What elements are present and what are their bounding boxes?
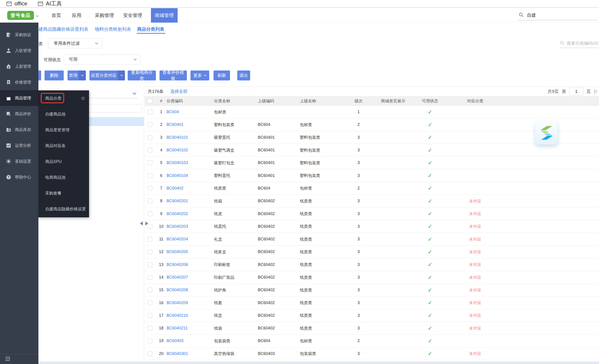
expand-right-arrow[interactable] — [145, 222, 148, 225]
nav-item-purchase[interactable]: 采购管理 — [95, 12, 114, 18]
unmapped-link[interactable]: 未对应 — [446, 198, 504, 204]
category-code-link[interactable]: BC6040301 — [167, 351, 214, 356]
category-code-link[interactable]: BC60401 — [167, 122, 214, 127]
page-number-input[interactable] — [569, 88, 583, 95]
page-tab-hidden-price-list[interactable]: 自建商品隐藏价格设置列表 — [34, 26, 88, 32]
row-checkbox[interactable] — [148, 186, 152, 191]
favorite-star-icon[interactable]: ☆ — [80, 95, 85, 101]
row-checkbox[interactable] — [148, 326, 152, 330]
category-code-link[interactable]: BC6040209 — [167, 301, 214, 305]
category-code-link[interactable]: BC6040102 — [167, 148, 214, 152]
category-code-link[interactable]: BC6040104 — [167, 173, 214, 178]
row-checkbox[interactable] — [148, 275, 152, 280]
unmapped-link[interactable]: 未对应 — [446, 211, 504, 216]
browser-tab-ai-tools[interactable]: AI工具 — [38, 0, 62, 7]
unmapped-link[interactable]: 未对应 — [446, 224, 504, 229]
sidebar-item-product-management[interactable]: 商品管理 — [0, 90, 38, 106]
sidebar-item-product-review[interactable]: 商品评价 — [0, 106, 38, 122]
row-checkbox[interactable] — [148, 199, 152, 203]
category-code-link[interactable]: BC6040203 — [167, 224, 214, 229]
row-checkbox[interactable] — [148, 122, 152, 127]
status-filter-select[interactable]: 可用 — [64, 54, 141, 64]
category-code-link[interactable]: BC6040101 — [167, 135, 214, 140]
row-checkbox[interactable] — [148, 212, 152, 216]
set-mapping-split-button[interactable]: 设置分类对应 — [89, 71, 125, 80]
sidebar-item-vendor-onboarding[interactable]: 入驻管理 — [0, 43, 38, 59]
global-search-input[interactable] — [527, 13, 586, 18]
submenu-item[interactable]: 商品分类 ☆ — [38, 90, 89, 106]
sidebar-item-basic-settings[interactable]: 基础设置 — [0, 153, 38, 169]
page-tab-material-mapping-list[interactable]: 物料分类映射列表 — [95, 26, 131, 32]
chevron-down-icon[interactable] — [79, 71, 86, 80]
category-code-link[interactable]: BC604 — [167, 110, 214, 114]
unmapped-link[interactable]: 未对应 — [446, 351, 504, 356]
row-checkbox[interactable] — [148, 173, 152, 178]
row-checkbox[interactable] — [148, 148, 152, 152]
row-checkbox[interactable] — [148, 288, 152, 292]
category-code-link[interactable]: BC6040207 — [167, 275, 214, 280]
category-code-link[interactable]: BC60402 — [167, 186, 214, 191]
submenu-item[interactable]: 商品SPU ☆ — [38, 154, 89, 169]
category-code-link[interactable]: BC6040211 — [167, 326, 214, 330]
update-ecommerce-category-button[interactable]: 更新电商分类 — [128, 71, 156, 80]
floating-app-badge[interactable] — [535, 121, 558, 145]
submenu-item[interactable]: 自建商品隐藏价格设置 ☆ — [38, 201, 89, 217]
submenu-item[interactable]: 电商商品池 ☆ — [38, 169, 89, 185]
browser-tab-office[interactable]: office — [6, 0, 27, 7]
category-code-link[interactable]: BC6040204 — [167, 237, 214, 241]
category-code-link[interactable]: BC6040206 — [167, 262, 214, 267]
sidebar-item-purchase-agreement[interactable]: 采购协议 — [0, 27, 38, 43]
category-code-link[interactable]: BC6040205 — [167, 249, 214, 254]
category-search[interactable]: 搜索分类编码/分类 — [560, 39, 599, 48]
select-all-checkbox[interactable] — [148, 99, 152, 104]
unmapped-link[interactable]: 未对应 — [446, 300, 504, 305]
exit-button[interactable]: 退出 — [237, 71, 250, 80]
category-code-link[interactable]: BC6040208 — [167, 288, 214, 292]
select-all-link[interactable]: 选择全部 — [170, 89, 187, 94]
chevron-down-icon[interactable] — [132, 92, 136, 96]
unmapped-link[interactable]: 未对应 — [446, 287, 504, 293]
unmapped-link[interactable]: 未对应 — [446, 249, 504, 255]
chevron-down-icon[interactable] — [118, 71, 125, 80]
row-checkbox[interactable] — [148, 351, 152, 356]
unmapped-link[interactable]: 未对应 — [446, 237, 504, 242]
more-dropdown-button[interactable]: 更多 — [191, 71, 209, 80]
unmapped-link[interactable]: 未对应 — [446, 326, 504, 331]
row-checkbox[interactable] — [148, 160, 152, 165]
horizontal-scrollbar-track[interactable] — [38, 362, 599, 364]
chevron-down-icon[interactable] — [36, 14, 39, 18]
submenu-item[interactable]: 商品变更管理 ☆ — [38, 122, 89, 138]
category-code-link[interactable]: BC6040103 — [167, 160, 214, 165]
unmapped-link[interactable]: 未对应 — [446, 262, 504, 267]
category-code-link[interactable]: BC6040201 — [167, 199, 214, 203]
nav-item-security[interactable]: 安全管理 — [123, 12, 142, 18]
view-review-template-button[interactable]: 查看评价模板 — [159, 71, 187, 80]
quick-filter-select[interactable]: 常用条件过滤 — [49, 38, 102, 48]
page-tab-category-list-active[interactable]: 商品分类列表 — [137, 26, 164, 32]
sidebar-item-product-inventory[interactable]: 商品库存 — [0, 122, 38, 138]
row-checkbox[interactable] — [148, 135, 152, 140]
collapse-left-arrow[interactable] — [140, 222, 143, 225]
row-checkbox[interactable] — [148, 249, 152, 254]
company-logo[interactable]: 壹号食品 — [7, 11, 34, 20]
submenu-item[interactable]: 商品对应表 ☆ — [38, 138, 89, 154]
unmapped-link[interactable]: 未对应 — [446, 313, 504, 318]
submenu-item[interactable]: 采购套餐 ☆ — [38, 185, 89, 201]
unmapped-link[interactable]: 未对应 — [446, 275, 504, 280]
category-code-link[interactable]: BC60403 — [167, 338, 214, 343]
nav-item-mall-active[interactable]: 商城管理 — [151, 8, 178, 23]
row-checkbox[interactable] — [148, 301, 152, 305]
first-page-icon[interactable]: |< — [594, 89, 597, 94]
category-code-link[interactable]: BC6040202 — [167, 212, 214, 216]
sidebar-item-price-management[interactable]: 价格管理 — [0, 74, 38, 90]
row-checkbox[interactable] — [148, 237, 152, 241]
row-checkbox[interactable] — [148, 338, 152, 343]
sidebar-item-operations-analytics[interactable]: 运营分析 — [0, 138, 38, 153]
disable-split-button[interactable]: 禁用 — [68, 71, 86, 80]
nav-item-apps[interactable]: 应用 — [72, 12, 81, 18]
collapse-menu-icon[interactable] — [5, 356, 12, 362]
delete-button[interactable]: 删除 — [44, 71, 64, 80]
row-checkbox[interactable] — [148, 110, 152, 114]
sidebar-item-help-center[interactable]: ? 帮助中心 — [0, 169, 38, 185]
nav-item-home[interactable]: 首页 — [52, 12, 61, 18]
